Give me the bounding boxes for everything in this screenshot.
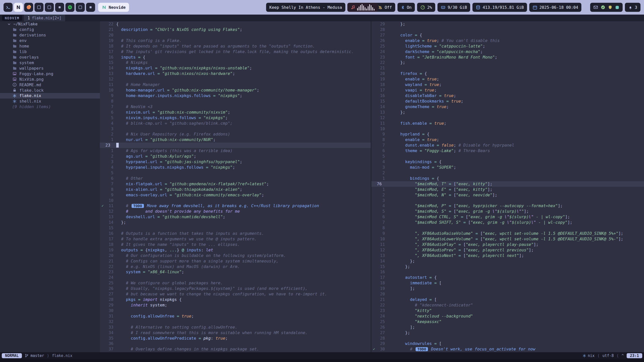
code-line[interactable]: 16 # Outputs is a function that takes th… — [100, 231, 371, 236]
code-line[interactable]: 19 outputs = {nixpkgs, ...} @ inputs: le… — [100, 247, 371, 253]
code-line[interactable]: 28 — [371, 27, 644, 32]
code-line[interactable]: 5 nixvim.inputs.nixpkgs.follows = "nixpk… — [100, 115, 371, 121]
code-line[interactable]: 17 # To handle extra arguments we use th… — [100, 236, 371, 242]
code-line[interactable]: 5 — [371, 154, 644, 159]
code-line[interactable]: 4 keybindings = { — [371, 159, 644, 165]
code-line[interactable]: 23 font = "JetBrainsMono Nerd Font Mono"… — [371, 55, 644, 60]
code-line[interactable]: 21 description = "ChUrl's NixOS config u… — [100, 27, 371, 32]
code-line[interactable]: 19 # This config is a Flake. — [100, 38, 371, 43]
code-line[interactable]: 13 devshell.url = "github:numtide/devshe… — [100, 214, 371, 220]
code-line[interactable]: 23 "kitty" — [371, 308, 644, 313]
code-line[interactable]: 14 }; — [100, 220, 371, 225]
code-line[interactable]: 7 "$mainMod SHIFT, S" = ["exec, grim -g … — [371, 220, 644, 225]
code-line[interactable]: 30 — [100, 308, 371, 313]
code-line[interactable]: 4 hyprpanel.inputs.nixpkgs.follows = "ni… — [100, 165, 371, 170]
code-line[interactable]: 13 }; — [371, 110, 644, 115]
code-line[interactable]: 10 home-manager.url = "github:nix-commun… — [100, 87, 371, 93]
workspace-spotify[interactable] — [65, 3, 74, 12]
code-line[interactable]: 8 nix-alien.url = "github:thiagokokada/n… — [100, 187, 371, 192]
tree-item-lib[interactable]: lib — [0, 49, 100, 55]
code-line[interactable]: ✓30 # TODO Doesn't work, use focus_on_ac… — [371, 346, 644, 352]
tree-item-derivations[interactable]: derivations — [0, 32, 100, 38]
code-line[interactable]: 9 hyprland = { — [371, 131, 644, 137]
code-line[interactable]: 5 — [100, 170, 371, 176]
code-line[interactable]: 28 — [371, 336, 644, 341]
code-line[interactable]: 16 inputs = { — [100, 55, 371, 60]
code-line[interactable]: 7 dunst.enable = false; # Disable for hy… — [371, 143, 644, 148]
code-line[interactable]: 28 pkgs = import nixpkgs { — [100, 297, 371, 302]
tree-item-overlays[interactable]: overlays — [0, 55, 100, 60]
code-line[interactable]: 24 darkScheme = "catppuccin-mocha"; — [371, 49, 644, 55]
code-line[interactable]: 6 "$mainMod CTRL, S" = ["exec, grim -g \… — [371, 214, 644, 220]
code-line[interactable]: 37 # Overlays define changes in the nixp… — [100, 346, 371, 352]
code-line[interactable]: 27 }; — [371, 330, 644, 336]
shield-icon[interactable] — [608, 5, 612, 10]
code-line[interactable]: 9 home-manager.inputs.nixpkgs.follows = … — [100, 93, 371, 99]
code-line[interactable]: 6 theme = "Foggy-Lake"; # Three-Bears — [371, 148, 644, 154]
code-line[interactable]: 18 # It gives the name "inputs" to the .… — [100, 242, 371, 247]
code-line[interactable]: 17 vaapi = true; — [371, 87, 644, 93]
code-line[interactable]: 1 # Ags for widgets (this was a terrible… — [100, 148, 371, 154]
tree-item--nixflake[interactable]: ~/NixFlake — [0, 21, 100, 27]
code-line[interactable]: 5 "$mainMod, S" = ["exec, grim -g \"$(sl… — [371, 209, 644, 214]
code-line[interactable]: 22 # e.g. NixOS (linux) and MacOS (darwi… — [100, 264, 371, 269]
tree-item-flake-nix[interactable]: flake.nix — [0, 93, 100, 99]
code-line[interactable]: 26 enable = true; # You can't disable th… — [371, 38, 644, 43]
code-line[interactable]: 3 hyprpanel.url = "github:jas-singhfsu/h… — [100, 159, 371, 165]
git-branch[interactable]: master — [25, 353, 44, 358]
workspace-4[interactable] — [34, 3, 44, 12]
tree-item-env[interactable]: env — [0, 38, 100, 43]
cpu-pill[interactable]: 2% — [417, 3, 435, 12]
code-line[interactable]: 15 — [100, 225, 371, 231]
code-line[interactable]: 15 defaultBookmarks = true; — [371, 99, 644, 104]
code-line[interactable]: 23 system = "x86_64-linux"; — [100, 269, 371, 275]
code-line[interactable]: 25 lightScheme = "catppuccin-latte"; — [371, 43, 644, 49]
code-line[interactable]: 20 — [371, 291, 644, 297]
code-line[interactable]: 14 }; — [371, 258, 644, 264]
mail-icon[interactable] — [593, 5, 598, 10]
code-line[interactable]: 1 nur.url = "github:nix-community/NUR"; — [100, 137, 371, 143]
now-playing-pill[interactable]: Keep Shelly In Athens - Medusa — [266, 3, 345, 12]
code-line[interactable]: 18 immediate = [ — [371, 280, 644, 286]
code-line[interactable]: 15 # Nixpkgs — [100, 60, 371, 65]
code-line[interactable]: 11 ", XF86AudioPlay" = ["exec, playerctl… — [371, 242, 644, 247]
code-line[interactable]: 10 — [371, 126, 644, 132]
code-line[interactable]: 13 hardware.url = "github:nixos/nixos-ha… — [100, 71, 371, 76]
workspace-terminal[interactable] — [4, 3, 13, 12]
code-line[interactable]: 1 bindings = { — [371, 176, 644, 181]
code-line[interactable]: 3 — [100, 126, 371, 132]
code-line[interactable]: 6 nixvim.url = "github:nix-community/nix… — [100, 110, 371, 115]
code-line[interactable]: 26 # Usually, "nixpkgs.legacyPackages.${… — [100, 286, 371, 291]
code-line[interactable]: 3 main-mod = "SUPER"; — [371, 165, 644, 170]
code-line[interactable]: 12 — [100, 76, 371, 82]
code-line[interactable]: 24 — [100, 275, 371, 280]
code-line[interactable]: 24 "nextcloud --background" — [371, 313, 644, 319]
code-line[interactable]: 7 nix-flatpak.url = "github:gmodena/nix-… — [100, 181, 371, 187]
tree-item-foggy-lake-png[interactable]: Foggy-Lake.png — [0, 71, 100, 76]
code-line[interactable]: 16 — [371, 269, 644, 275]
workspace-9[interactable] — [86, 3, 95, 12]
code-line[interactable]: 8 — [100, 99, 371, 104]
code-line[interactable]: 20 firefox = { — [371, 71, 644, 76]
code-line[interactable]: 2 — [371, 170, 644, 176]
tree-item-nixvim-png[interactable]: NixVim.png — [0, 76, 100, 82]
code-line[interactable]: 2 ags.url = "github:Aylur/ags"; — [100, 154, 371, 159]
code-line[interactable]: 35 config.allowUnfreePredicate = pkg: tr… — [100, 336, 371, 341]
code-line[interactable]: 12 # and doesn't provide any benefits fo… — [100, 209, 371, 214]
code-line[interactable]: 29 inherit system; — [100, 302, 371, 308]
code-line[interactable]: 4 # blink-cmp.url = "github:saghen/blink… — [100, 121, 371, 126]
code-line[interactable]: 32 — [100, 319, 371, 325]
code-line[interactable]: 12 ", XF86AudioPrev" = ["exec, playerctl… — [371, 247, 644, 253]
tree-item-system[interactable]: system — [0, 60, 100, 65]
chat-icon[interactable] — [615, 5, 619, 10]
code-line[interactable]: 19 enable = true; — [371, 76, 644, 82]
code-line[interactable]: 6 # Other — [100, 176, 371, 181]
code-line[interactable]: 21 — [371, 65, 644, 71]
code-line[interactable]: 14 gnomeTheme = true; — [371, 104, 644, 110]
code-line[interactable]: 16 disableTabBar = true; — [371, 93, 644, 99]
code-line[interactable]: 9 ", XF86AudioRaiseVolume" = ["exec, wpc… — [371, 231, 644, 236]
code-line[interactable]: 27 # but because we want to change the n… — [100, 291, 371, 297]
tree-item-shell-nix[interactable]: shell.nix — [0, 99, 100, 104]
code-line[interactable]: 22{ — [100, 21, 371, 27]
workspace-neovim[interactable]: N — [14, 3, 23, 12]
